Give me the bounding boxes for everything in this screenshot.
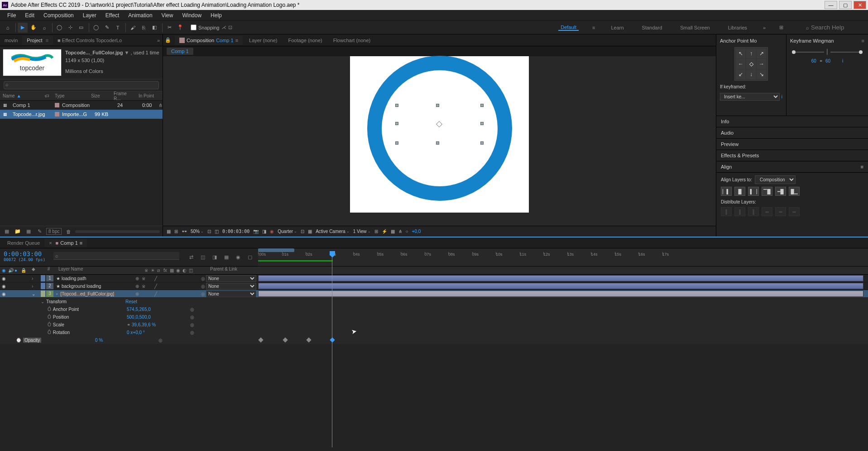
- eraser-tool-icon[interactable]: ◧: [149, 23, 159, 33]
- rect-tool-icon[interactable]: ▭: [76, 23, 86, 33]
- anchor-tl[interactable]: ↖: [736, 48, 746, 58]
- label-swatch[interactable]: [55, 103, 59, 107]
- tab-layer[interactable]: Layer (none): [245, 36, 282, 45]
- workspace-standard[interactable]: Standard: [640, 25, 665, 30]
- anchor-bl[interactable]: ↙: [736, 69, 746, 79]
- shy-icon[interactable]: ◨: [210, 253, 219, 262]
- link-icon[interactable]: ⚭: [819, 58, 823, 63]
- roto-tool-icon[interactable]: ✂: [164, 23, 174, 33]
- type-tool-icon[interactable]: T: [113, 23, 123, 33]
- mask-icon[interactable]: 👓: [182, 229, 187, 234]
- close-button[interactable]: ✕: [854, 1, 866, 9]
- lock-icon[interactable]: 🔒: [165, 37, 171, 43]
- expression-pickwhip-icon[interactable]: ◎: [190, 307, 197, 312]
- transparency-icon[interactable]: ▦: [308, 229, 312, 234]
- ellipse-tool-icon[interactable]: ◯: [91, 23, 101, 33]
- tab-effect-controls[interactable]: ■ Effect Controls TopcoderLo: [53, 36, 126, 45]
- tab-footage[interactable]: Footage (none): [283, 36, 326, 45]
- motion-blur-icon[interactable]: ◉: [234, 253, 243, 262]
- tab-render-queue[interactable]: Render Queue: [3, 239, 44, 247]
- fast-preview-icon[interactable]: ⚡: [382, 229, 387, 234]
- anchor-grid[interactable]: ↖↑↗ ←◇→ ↙↓↘: [734, 47, 768, 81]
- menu-layer[interactable]: Layer: [78, 11, 101, 20]
- anchor-panel-title[interactable]: Anchor Point Mo: [720, 36, 782, 45]
- reset-link[interactable]: Reset: [125, 299, 137, 304]
- selection-tool-icon[interactable]: ▶: [18, 23, 28, 33]
- work-area-bar[interactable]: [258, 248, 294, 252]
- pixel-aspect-icon[interactable]: ⊞: [374, 229, 378, 234]
- flowchart-icon2[interactable]: ⋔: [398, 229, 402, 234]
- keyframe[interactable]: [283, 337, 288, 342]
- solo-col-icon[interactable]: ●: [14, 268, 20, 273]
- anchor-l[interactable]: ←: [736, 59, 746, 69]
- menu-help[interactable]: Help: [206, 11, 226, 20]
- project-search-input[interactable]: [4, 81, 159, 89]
- timeline-ruler[interactable]: :00s01s02s03s04s05s06s07s08s09s10s11s12s…: [258, 248, 868, 266]
- timeline-search-input[interactable]: [53, 252, 179, 260]
- mag-dropdown[interactable]: 50% ⌄: [191, 229, 204, 234]
- eye-icon[interactable]: ◉: [2, 291, 7, 296]
- panel-preview[interactable]: Preview: [716, 139, 868, 150]
- keyframe[interactable]: [258, 337, 263, 342]
- eye-icon[interactable]: ◉: [2, 284, 7, 289]
- tab-project[interactable]: Project ≡: [22, 36, 53, 45]
- adjustment-icon[interactable]: ✎: [35, 228, 43, 236]
- pen-tool-icon[interactable]: ✎: [102, 23, 112, 33]
- panel-audio[interactable]: Audio: [716, 127, 868, 139]
- eye-icon[interactable]: ◉: [2, 276, 7, 281]
- pickwhip-icon[interactable]: ◎: [201, 284, 205, 289]
- stopwatch-icon[interactable]: Ô: [48, 315, 51, 320]
- align-target-dropdown[interactable]: Composition: [755, 175, 796, 184]
- align-bottom-button[interactable]: █▁: [789, 187, 800, 196]
- tab-composition[interactable]: Composition Comp 1 ≡: [175, 36, 243, 45]
- project-item-image[interactable]: ▦ Topcode...r.jpg Importe...G 99 KB: [0, 110, 163, 119]
- menu-window[interactable]: Window: [177, 11, 206, 20]
- frame-blend-icon[interactable]: ▦: [222, 253, 231, 262]
- align-vcenter-button[interactable]: ━█: [775, 187, 786, 196]
- layer-row-1[interactable]: ◉ › 1 ★loading path ⊕※╱ ◎None: [0, 275, 868, 282]
- puppet-tool-icon[interactable]: 📍: [175, 23, 185, 33]
- stopwatch-active-icon[interactable]: ⌚: [16, 338, 21, 343]
- flowchart-icon[interactable]: ⋔: [158, 102, 163, 108]
- layer-row-2[interactable]: ◉ › 2 ★background loading ⊕※╱ ◎None: [0, 282, 868, 290]
- new-folder-icon[interactable]: 📁: [14, 228, 22, 236]
- snapping-checkbox[interactable]: [191, 24, 197, 30]
- reset-exp-icon[interactable]: ○: [406, 229, 408, 234]
- menu-animation[interactable]: Animation: [124, 11, 157, 20]
- new-comp-icon[interactable]: ▦: [24, 228, 33, 236]
- keyframed-dropdown[interactable]: Insert ke...: [720, 93, 780, 101]
- pickwhip-icon[interactable]: ◎: [201, 276, 205, 281]
- menu-edit[interactable]: Edit: [20, 11, 39, 20]
- workspace-libraries[interactable]: Libraries: [726, 25, 749, 30]
- stopwatch-icon[interactable]: Ô: [48, 330, 51, 335]
- lock-col-icon[interactable]: 🔒: [21, 268, 26, 273]
- interpret-footage-icon[interactable]: ▦: [3, 228, 11, 236]
- pan-behind-tool-icon[interactable]: ⊹: [65, 23, 75, 33]
- transform-group[interactable]: ⌄ Transform Reset: [0, 298, 868, 306]
- panel-effects[interactable]: Effects & Presets: [716, 150, 868, 161]
- timeline-icon[interactable]: ▦: [391, 229, 395, 234]
- prop-anchor-point[interactable]: ÔAnchor Point574,5,265,0◎: [0, 306, 868, 313]
- prop-position[interactable]: ÔPosition500,0,500,0◎: [0, 313, 868, 321]
- align-left-button[interactable]: ▏▌: [721, 187, 732, 196]
- menu-composition[interactable]: Composition: [39, 11, 78, 20]
- anchor-t[interactable]: ↑: [746, 48, 756, 58]
- view-dropdown[interactable]: 1 View ⌄: [353, 229, 371, 234]
- orbit-tool-icon[interactable]: ◯: [54, 23, 64, 33]
- brush-tool-icon[interactable]: 🖌: [128, 23, 138, 33]
- color-mgmt-icon[interactable]: ◉: [270, 229, 274, 234]
- graph-editor-icon[interactable]: ▢: [245, 253, 254, 262]
- home-tool-icon[interactable]: ⌂: [3, 23, 13, 33]
- wingman-title[interactable]: Keyframe Wingman≡: [790, 36, 864, 45]
- tab-timeline-comp[interactable]: ×■ Comp 1 ≡: [44, 239, 87, 247]
- anchor-tr[interactable]: ↗: [757, 48, 767, 58]
- layer-row-3[interactable]: ◉ ⌄ 3 ▫[Topcod...ed_FullColor.jpg] ⊕╱ ◎N…: [0, 290, 868, 298]
- anchor-r[interactable]: →: [757, 59, 767, 69]
- keyframe-active[interactable]: [330, 337, 335, 342]
- panel-align-header[interactable]: Align≡: [716, 161, 868, 173]
- composition-viewer[interactable]: [163, 56, 716, 226]
- wingman-val1[interactable]: 60: [811, 58, 816, 63]
- zoom-tool-icon[interactable]: ⌕: [39, 23, 49, 33]
- constrain-icon[interactable]: ⚭: [127, 322, 130, 327]
- comp-mini-flowchart-icon[interactable]: ⇄: [187, 253, 196, 262]
